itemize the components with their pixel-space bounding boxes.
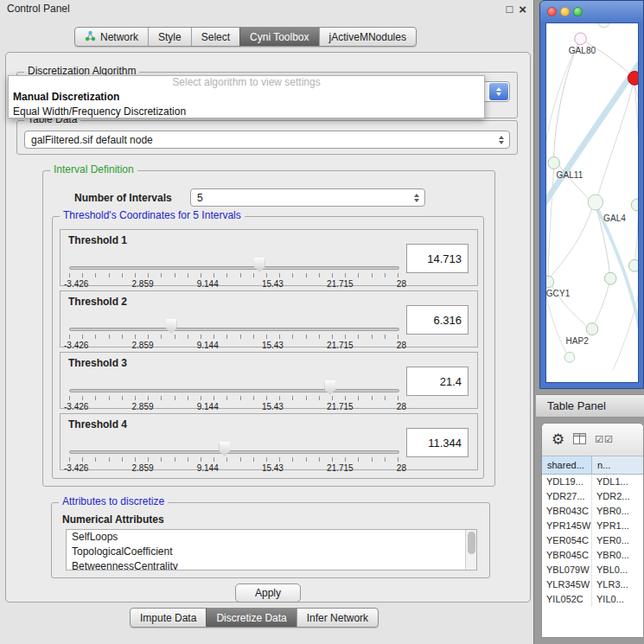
- slider-thumb[interactable]: [219, 442, 230, 456]
- combo-stepper-icon[interactable]: [489, 83, 508, 100]
- table-cell[interactable]: YLR3...: [592, 577, 643, 592]
- float-window-icon[interactable]: □: [506, 3, 513, 16]
- network-node[interactable]: [564, 352, 575, 362]
- table-cell[interactable]: YDL1...: [592, 475, 643, 489]
- table-row[interactable]: YDL19...YDL1...: [542, 475, 643, 489]
- threshold-1-panel: Threshold 1 -3.4262.8599.14415.4321.7152…: [60, 229, 478, 286]
- table-cell[interactable]: YDR27...: [542, 489, 592, 504]
- tick-label: -3.426: [64, 341, 88, 350]
- tab-network[interactable]: Network: [75, 28, 148, 46]
- dropdown-item-equal-width-frequency[interactable]: Equal Width/Frequency Discretization: [9, 105, 484, 119]
- threshold-3-panel: Threshold 3 -3.4262.8599.14415.4321.7152…: [60, 352, 478, 409]
- table-cell[interactable]: YIL0...: [592, 592, 643, 607]
- column-header-name[interactable]: n...: [592, 456, 643, 474]
- threshold-4-slider[interactable]: -3.4262.8599.14415.4321.71528: [69, 437, 399, 471]
- list-item[interactable]: BetweennessCentrality: [67, 559, 476, 571]
- close-traffic-light-icon[interactable]: [547, 7, 557, 16]
- list-item[interactable]: SelfLoops: [67, 530, 476, 545]
- tick-label: 21.715: [327, 463, 354, 473]
- threshold-2-slider[interactable]: -3.4262.8599.14415.4321.71528: [69, 314, 399, 348]
- network-node[interactable]: [546, 276, 554, 288]
- minimize-traffic-light-icon[interactable]: [560, 7, 570, 16]
- table-cell[interactable]: YBR0...: [592, 504, 643, 519]
- combo-stepper-icon[interactable]: [495, 131, 507, 148]
- table-cell[interactable]: YLR345W: [542, 577, 592, 592]
- select-columns-icon[interactable]: ☑☑: [595, 434, 614, 445]
- threshold-4-value[interactable]: 11.344: [406, 428, 469, 457]
- network-node[interactable]: [628, 71, 638, 85]
- algorithm-dropdown-popup: Select algorithm to view settings Manual…: [8, 75, 485, 118]
- network-node[interactable]: [628, 259, 638, 271]
- tab-jactivemnodules[interactable]: jActiveMNodules: [319, 28, 416, 46]
- table-cell[interactable]: YER0...: [592, 533, 643, 548]
- slider-thumb[interactable]: [254, 258, 265, 272]
- numerical-attributes-list[interactable]: SelfLoops TopologicalCoefficient Between…: [66, 529, 477, 571]
- tick-label: 28: [397, 463, 406, 473]
- network-node[interactable]: [598, 23, 609, 28]
- threshold-2-value[interactable]: 6.316: [406, 305, 469, 335]
- network-node[interactable]: [604, 272, 615, 284]
- network-node[interactable]: [575, 33, 586, 45]
- table-row[interactable]: YER054CYER0...: [542, 533, 643, 548]
- table-row[interactable]: YIL052CYIL0...: [542, 592, 643, 607]
- table-row[interactable]: YBL079WYBL0...: [542, 563, 643, 577]
- tab-discretize-data[interactable]: Discretize Data: [206, 609, 296, 627]
- network-canvas[interactable]: GAL80GAL11GAL4GCY1HAP2: [546, 23, 638, 382]
- threshold-1-value[interactable]: 14.713: [406, 244, 469, 273]
- thresholds-coordinates-group: Threshold's Coordinates for 5 Intervals …: [52, 216, 484, 479]
- table-row[interactable]: YBR045CYBR0...: [542, 548, 643, 563]
- list-scrollbar[interactable]: [465, 530, 476, 570]
- tab-infer-network[interactable]: Infer Network: [296, 609, 378, 627]
- apply-button[interactable]: Apply: [235, 583, 301, 603]
- combo-stepper-icon[interactable]: [411, 189, 423, 206]
- columns-icon[interactable]: [573, 433, 586, 447]
- threshold-3-value[interactable]: 21.4: [406, 367, 469, 396]
- slider-track[interactable]: [69, 450, 399, 454]
- slider-thumb[interactable]: [166, 319, 177, 334]
- slider-thumb[interactable]: [324, 380, 335, 395]
- tab-select[interactable]: Select: [191, 28, 239, 46]
- threshold-3-slider[interactable]: -3.4262.8599.14415.4321.71528: [69, 375, 399, 410]
- slider-track[interactable]: [69, 328, 399, 331]
- tick-label: 9.144: [197, 341, 219, 350]
- table-row[interactable]: YBR043CYBR0...: [542, 504, 643, 519]
- tab-impute-data[interactable]: Impute Data: [131, 609, 206, 627]
- close-icon[interactable]: ×: [519, 2, 526, 16]
- table-cell[interactable]: YBL079W: [542, 563, 592, 577]
- table-cell[interactable]: YBR0...: [592, 548, 643, 563]
- list-item[interactable]: TopologicalCoefficient: [67, 545, 476, 559]
- slider-track[interactable]: [69, 389, 399, 392]
- num-intervals-combo[interactable]: 5: [190, 188, 425, 207]
- threshold-1-slider[interactable]: -3.4262.8599.14415.4321.71528: [69, 252, 399, 287]
- table-row[interactable]: YDR27...YDR2...: [542, 489, 643, 504]
- table-cell[interactable]: YPR145W: [542, 519, 592, 533]
- network-node[interactable]: [588, 194, 603, 210]
- slider-track[interactable]: [69, 266, 399, 270]
- column-header-shared[interactable]: shared...: [542, 456, 592, 474]
- table-cell[interactable]: YDR2...: [592, 489, 643, 504]
- table-row[interactable]: YPR145WYPR1...: [542, 519, 643, 533]
- tick-label: -3.426: [64, 402, 88, 411]
- group-title: Interval Definition: [50, 163, 137, 175]
- table-cell[interactable]: YDL19...: [542, 475, 592, 489]
- threshold-label: Threshold 2: [68, 296, 127, 308]
- network-canvas-area[interactable]: GAL80GAL11GAL4GCY1HAP2: [545, 22, 639, 383]
- zoom-traffic-light-icon[interactable]: [573, 7, 583, 16]
- table-cell[interactable]: YPR1...: [592, 519, 643, 533]
- network-node[interactable]: [586, 323, 597, 335]
- tab-cyni-toolbox[interactable]: Cyni Toolbox: [239, 28, 318, 46]
- scrollbar-thumb[interactable]: [468, 532, 475, 554]
- table-row[interactable]: YLR345WYLR3...: [542, 577, 643, 592]
- table-cell[interactable]: YBR043C: [542, 504, 592, 519]
- table-cell[interactable]: YBL0...: [592, 563, 643, 577]
- table-data-combo[interactable]: galFiltered.sif default node: [24, 131, 510, 149]
- table-cell[interactable]: YIL052C: [542, 592, 592, 607]
- table-panel-titlebar[interactable]: Table Panel: [536, 394, 644, 418]
- network-node[interactable]: [631, 199, 638, 211]
- tab-style[interactable]: Style: [148, 28, 191, 46]
- gear-icon[interactable]: ⚙: [552, 432, 564, 447]
- network-node[interactable]: [548, 157, 559, 169]
- table-cell[interactable]: YBR045C: [542, 548, 592, 563]
- dropdown-item-manual-discretization[interactable]: Manual Discretization: [9, 90, 484, 105]
- table-cell[interactable]: YER054C: [542, 533, 592, 548]
